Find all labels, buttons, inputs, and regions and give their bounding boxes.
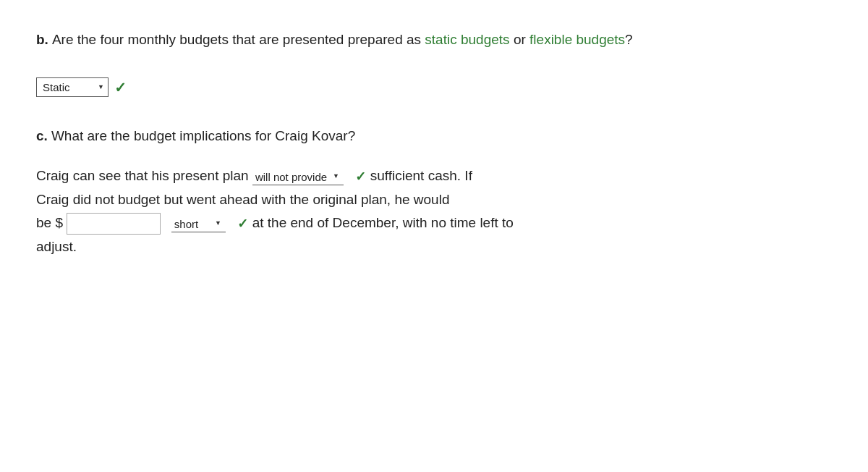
answer-c-paragraph: Craig can see that his present plan will… (36, 164, 832, 259)
answer-c-line1-after: sufficient cash. If (370, 168, 472, 183)
question-c-text: What are the budget implications for Cra… (51, 128, 355, 143)
question-b-before: Are the four monthly budgets that are pr… (52, 32, 425, 47)
answer-c-line4: adjust. (36, 239, 77, 254)
question-c-label: c. (36, 128, 48, 143)
question-b-green1: static (425, 32, 456, 47)
question-b-green2: budgets (461, 32, 510, 47)
answer-c-line3-before: be $ (36, 215, 63, 230)
question-b-text: b. Are the four monthly budgets that are… (36, 29, 832, 51)
answer-c-check1: ✓ (355, 169, 366, 183)
answer-c-line2: Craig did not budget but went ahead with… (36, 192, 449, 207)
question-b: b. Are the four monthly budgets that are… (36, 29, 832, 51)
dollar-amount-input[interactable] (67, 213, 161, 235)
short-dropdown[interactable]: short surplus (171, 216, 226, 232)
answer-c-check2: ✓ (237, 216, 248, 231)
question-c: c. What are the budget implications for … (36, 125, 832, 147)
question-b-label: b. (36, 32, 48, 47)
answer-c-line3-after: at the end of December, with no time lef… (252, 215, 514, 230)
will-not-provide-dropdown[interactable]: will not provide will provide (252, 169, 344, 185)
question-b-or: or (510, 32, 529, 47)
will-not-provide-dropdown-wrapper[interactable]: will not provide will provide (252, 165, 344, 188)
answer-b-check: ✓ (114, 77, 127, 99)
question-b-green3: flexible budgets (529, 32, 625, 47)
answer-b-row: Static Flexible ✓ (36, 77, 832, 99)
static-dropdown[interactable]: Static Flexible (36, 77, 109, 97)
answer-c-line1-before: Craig can see that his present plan (36, 168, 252, 183)
question-b-end: ? (625, 32, 633, 47)
short-dropdown-wrapper[interactable]: short surplus (171, 212, 226, 235)
static-dropdown-wrapper[interactable]: Static Flexible (36, 77, 109, 98)
